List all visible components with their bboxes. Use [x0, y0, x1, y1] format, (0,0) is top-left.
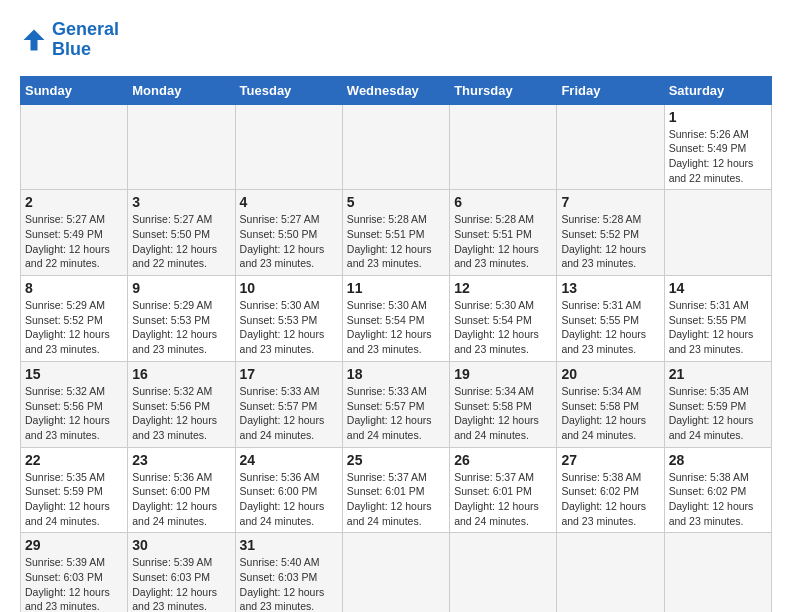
day-number: 22 [25, 452, 123, 468]
calendar-week-6: 29Sunrise: 5:39 AM Sunset: 6:03 PM Dayli… [21, 533, 772, 612]
calendar-week-2: 2Sunrise: 5:27 AM Sunset: 5:49 PM Daylig… [21, 190, 772, 276]
day-info: Sunrise: 5:39 AM Sunset: 6:03 PM Dayligh… [132, 555, 230, 612]
calendar-week-4: 15Sunrise: 5:32 AM Sunset: 5:56 PM Dayli… [21, 361, 772, 447]
calendar-cell [21, 104, 128, 190]
calendar-cell [342, 104, 449, 190]
day-info: Sunrise: 5:32 AM Sunset: 5:56 PM Dayligh… [132, 384, 230, 443]
day-info: Sunrise: 5:40 AM Sunset: 6:03 PM Dayligh… [240, 555, 338, 612]
day-info: Sunrise: 5:37 AM Sunset: 6:01 PM Dayligh… [347, 470, 445, 529]
calendar-cell: 24Sunrise: 5:36 AM Sunset: 6:00 PM Dayli… [235, 447, 342, 533]
calendar-cell: 4Sunrise: 5:27 AM Sunset: 5:50 PM Daylig… [235, 190, 342, 276]
calendar-cell: 11Sunrise: 5:30 AM Sunset: 5:54 PM Dayli… [342, 276, 449, 362]
day-number: 11 [347, 280, 445, 296]
day-info: Sunrise: 5:30 AM Sunset: 5:54 PM Dayligh… [347, 298, 445, 357]
calendar-cell [235, 104, 342, 190]
calendar-cell [450, 104, 557, 190]
day-number: 21 [669, 366, 767, 382]
calendar-cell: 17Sunrise: 5:33 AM Sunset: 5:57 PM Dayli… [235, 361, 342, 447]
day-number: 27 [561, 452, 659, 468]
calendar-cell: 20Sunrise: 5:34 AM Sunset: 5:58 PM Dayli… [557, 361, 664, 447]
day-number: 8 [25, 280, 123, 296]
day-info: Sunrise: 5:26 AM Sunset: 5:49 PM Dayligh… [669, 127, 767, 186]
column-header-monday: Monday [128, 76, 235, 104]
day-info: Sunrise: 5:32 AM Sunset: 5:56 PM Dayligh… [25, 384, 123, 443]
column-header-friday: Friday [557, 76, 664, 104]
day-info: Sunrise: 5:31 AM Sunset: 5:55 PM Dayligh… [561, 298, 659, 357]
day-number: 17 [240, 366, 338, 382]
day-number: 14 [669, 280, 767, 296]
calendar-cell: 25Sunrise: 5:37 AM Sunset: 6:01 PM Dayli… [342, 447, 449, 533]
day-info: Sunrise: 5:29 AM Sunset: 5:52 PM Dayligh… [25, 298, 123, 357]
logo-text: General Blue [52, 20, 119, 60]
day-info: Sunrise: 5:29 AM Sunset: 5:53 PM Dayligh… [132, 298, 230, 357]
calendar-cell: 16Sunrise: 5:32 AM Sunset: 5:56 PM Dayli… [128, 361, 235, 447]
calendar-cell: 3Sunrise: 5:27 AM Sunset: 5:50 PM Daylig… [128, 190, 235, 276]
day-number: 2 [25, 194, 123, 210]
day-info: Sunrise: 5:33 AM Sunset: 5:57 PM Dayligh… [347, 384, 445, 443]
day-number: 1 [669, 109, 767, 125]
day-number: 28 [669, 452, 767, 468]
day-info: Sunrise: 5:39 AM Sunset: 6:03 PM Dayligh… [25, 555, 123, 612]
calendar-cell: 27Sunrise: 5:38 AM Sunset: 6:02 PM Dayli… [557, 447, 664, 533]
day-number: 15 [25, 366, 123, 382]
day-info: Sunrise: 5:30 AM Sunset: 5:53 PM Dayligh… [240, 298, 338, 357]
svg-marker-0 [24, 29, 45, 50]
calendar-cell: 10Sunrise: 5:30 AM Sunset: 5:53 PM Dayli… [235, 276, 342, 362]
calendar-cell: 18Sunrise: 5:33 AM Sunset: 5:57 PM Dayli… [342, 361, 449, 447]
day-number: 6 [454, 194, 552, 210]
header-row: SundayMondayTuesdayWednesdayThursdayFrid… [21, 76, 772, 104]
calendar-cell: 1Sunrise: 5:26 AM Sunset: 5:49 PM Daylig… [664, 104, 771, 190]
calendar-cell: 31Sunrise: 5:40 AM Sunset: 6:03 PM Dayli… [235, 533, 342, 612]
day-number: 12 [454, 280, 552, 296]
column-header-thursday: Thursday [450, 76, 557, 104]
day-info: Sunrise: 5:38 AM Sunset: 6:02 PM Dayligh… [669, 470, 767, 529]
day-info: Sunrise: 5:27 AM Sunset: 5:50 PM Dayligh… [240, 212, 338, 271]
day-number: 18 [347, 366, 445, 382]
calendar-cell: 28Sunrise: 5:38 AM Sunset: 6:02 PM Dayli… [664, 447, 771, 533]
calendar-cell [450, 533, 557, 612]
day-number: 31 [240, 537, 338, 553]
page-header: General Blue [20, 20, 772, 60]
calendar-week-3: 8Sunrise: 5:29 AM Sunset: 5:52 PM Daylig… [21, 276, 772, 362]
calendar-cell: 5Sunrise: 5:28 AM Sunset: 5:51 PM Daylig… [342, 190, 449, 276]
day-number: 3 [132, 194, 230, 210]
day-info: Sunrise: 5:31 AM Sunset: 5:55 PM Dayligh… [669, 298, 767, 357]
column-header-tuesday: Tuesday [235, 76, 342, 104]
calendar-cell [128, 104, 235, 190]
day-info: Sunrise: 5:36 AM Sunset: 6:00 PM Dayligh… [132, 470, 230, 529]
calendar-cell: 13Sunrise: 5:31 AM Sunset: 5:55 PM Dayli… [557, 276, 664, 362]
column-header-sunday: Sunday [21, 76, 128, 104]
day-info: Sunrise: 5:36 AM Sunset: 6:00 PM Dayligh… [240, 470, 338, 529]
day-number: 24 [240, 452, 338, 468]
calendar-table: SundayMondayTuesdayWednesdayThursdayFrid… [20, 76, 772, 612]
calendar-cell: 6Sunrise: 5:28 AM Sunset: 5:51 PM Daylig… [450, 190, 557, 276]
calendar-cell: 2Sunrise: 5:27 AM Sunset: 5:49 PM Daylig… [21, 190, 128, 276]
day-info: Sunrise: 5:34 AM Sunset: 5:58 PM Dayligh… [561, 384, 659, 443]
day-number: 19 [454, 366, 552, 382]
calendar-cell: 23Sunrise: 5:36 AM Sunset: 6:00 PM Dayli… [128, 447, 235, 533]
calendar-cell: 30Sunrise: 5:39 AM Sunset: 6:03 PM Dayli… [128, 533, 235, 612]
day-number: 13 [561, 280, 659, 296]
day-info: Sunrise: 5:27 AM Sunset: 5:50 PM Dayligh… [132, 212, 230, 271]
logo: General Blue [20, 20, 119, 60]
day-number: 25 [347, 452, 445, 468]
day-number: 7 [561, 194, 659, 210]
day-number: 30 [132, 537, 230, 553]
calendar-cell: 8Sunrise: 5:29 AM Sunset: 5:52 PM Daylig… [21, 276, 128, 362]
calendar-week-5: 22Sunrise: 5:35 AM Sunset: 5:59 PM Dayli… [21, 447, 772, 533]
calendar-cell: 7Sunrise: 5:28 AM Sunset: 5:52 PM Daylig… [557, 190, 664, 276]
day-info: Sunrise: 5:28 AM Sunset: 5:52 PM Dayligh… [561, 212, 659, 271]
day-info: Sunrise: 5:34 AM Sunset: 5:58 PM Dayligh… [454, 384, 552, 443]
calendar-week-1: 1Sunrise: 5:26 AM Sunset: 5:49 PM Daylig… [21, 104, 772, 190]
calendar-cell [664, 533, 771, 612]
calendar-cell [557, 104, 664, 190]
calendar-cell: 12Sunrise: 5:30 AM Sunset: 5:54 PM Dayli… [450, 276, 557, 362]
calendar-cell: 22Sunrise: 5:35 AM Sunset: 5:59 PM Dayli… [21, 447, 128, 533]
day-number: 5 [347, 194, 445, 210]
day-info: Sunrise: 5:38 AM Sunset: 6:02 PM Dayligh… [561, 470, 659, 529]
day-number: 29 [25, 537, 123, 553]
day-number: 23 [132, 452, 230, 468]
calendar-cell: 14Sunrise: 5:31 AM Sunset: 5:55 PM Dayli… [664, 276, 771, 362]
calendar-cell [342, 533, 449, 612]
column-header-wednesday: Wednesday [342, 76, 449, 104]
